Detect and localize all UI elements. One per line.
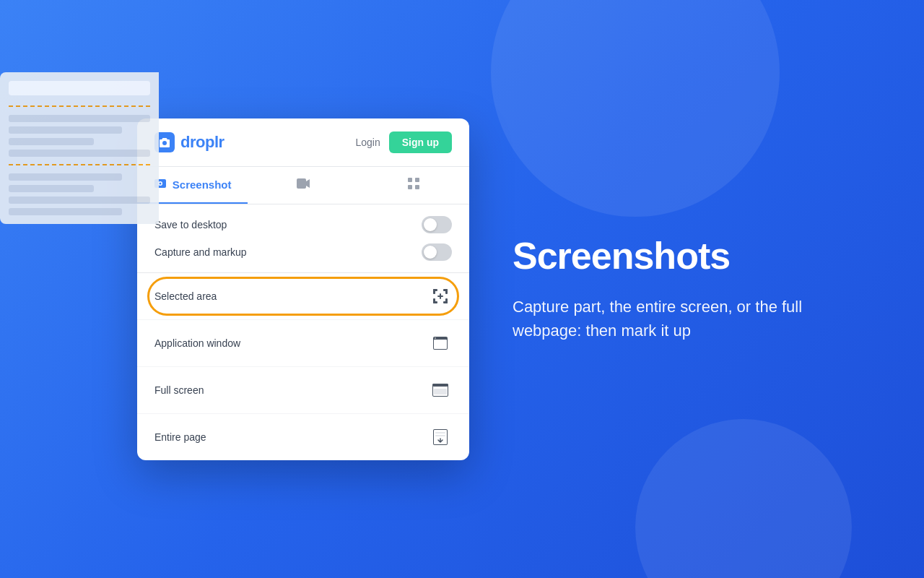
right-title: Screenshots	[513, 236, 816, 277]
full-screen-icon	[429, 379, 452, 402]
right-description: Capture part, the entire screen, or the …	[513, 295, 816, 342]
popup-header: droplr Login Sign up	[137, 118, 469, 167]
entire-page-icon	[429, 426, 452, 449]
option-full-screen[interactable]: Full screen	[137, 367, 469, 414]
options-section: Selected area	[137, 273, 469, 460]
logo-area: droplr	[154, 132, 225, 152]
svg-rect-24	[434, 389, 447, 394]
svg-point-20	[435, 337, 436, 339]
mock-browser-decoration	[0, 72, 159, 224]
selected-area-icon	[429, 285, 452, 308]
header-actions: Login Sign up	[355, 131, 452, 153]
entire-page-label: Entire page	[154, 431, 206, 443]
svg-rect-8	[408, 185, 412, 189]
selected-area-label: Selected area	[154, 290, 217, 302]
logo-text: droplr	[180, 133, 225, 152]
svg-rect-23	[432, 384, 448, 387]
video-tab-icon	[296, 178, 310, 191]
svg-point-1	[162, 141, 167, 145]
option-entire-page[interactable]: Entire page	[137, 414, 469, 460]
svg-point-4	[159, 182, 161, 184]
svg-rect-6	[408, 178, 412, 182]
svg-rect-14	[433, 289, 435, 294]
option-application-window[interactable]: Application window	[137, 320, 469, 367]
screenshot-tab-label: Screenshot	[173, 178, 232, 191]
svg-rect-19	[434, 340, 447, 349]
svg-rect-9	[415, 185, 419, 189]
right-content: Screenshots Capture part, the entire scr…	[513, 236, 816, 342]
application-window-icon	[429, 332, 452, 355]
application-window-label: Application window	[154, 337, 240, 349]
svg-rect-15	[433, 298, 435, 303]
app-popup: droplr Login Sign up Screenshot	[137, 118, 469, 460]
save-desktop-toggle[interactable]	[422, 216, 452, 233]
settings-section: Save to desktop Capture and markup	[137, 204, 469, 273]
svg-rect-5	[297, 178, 306, 189]
tab-grid[interactable]	[359, 167, 469, 204]
save-desktop-label: Save to desktop	[154, 219, 227, 230]
full-screen-label: Full screen	[154, 384, 204, 396]
svg-rect-16	[445, 289, 448, 294]
tab-video[interactable]	[248, 167, 358, 204]
login-button[interactable]: Login	[355, 137, 380, 148]
svg-rect-17	[445, 298, 448, 303]
signup-button[interactable]: Sign up	[389, 131, 452, 153]
option-selected-area[interactable]: Selected area	[137, 273, 469, 320]
svg-rect-7	[415, 178, 419, 182]
svg-rect-28	[435, 435, 445, 436]
setting-capture-markup: Capture and markup	[154, 243, 452, 261]
tabs-row: Screenshot	[137, 167, 469, 204]
svg-rect-27	[435, 432, 445, 434]
capture-markup-label: Capture and markup	[154, 246, 247, 258]
setting-save-desktop: Save to desktop	[154, 216, 452, 233]
grid-tab-icon	[407, 177, 420, 192]
capture-markup-toggle[interactable]	[422, 243, 452, 261]
